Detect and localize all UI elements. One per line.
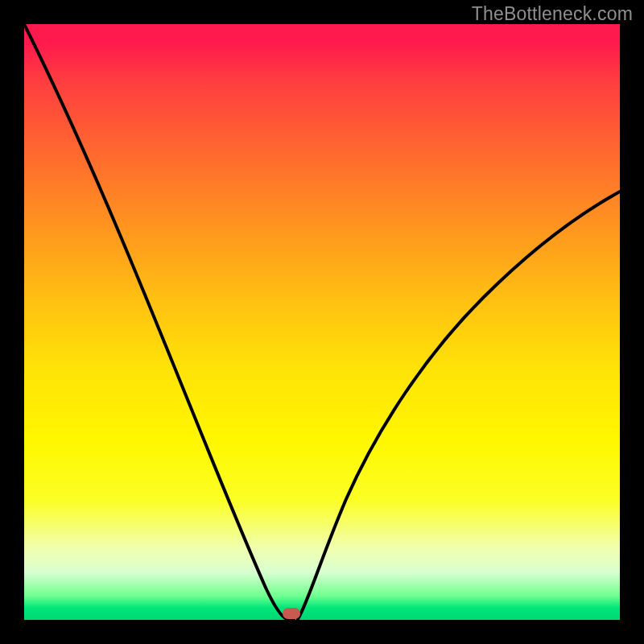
chart-frame: TheBottleneck.com xyxy=(0,0,644,644)
watermark-text: TheBottleneck.com xyxy=(472,3,633,25)
plot-area xyxy=(24,24,620,620)
curve-right-branch xyxy=(298,192,620,619)
curve-left-branch xyxy=(24,24,294,619)
bottleneck-marker xyxy=(283,608,300,619)
bottleneck-curve xyxy=(24,24,620,620)
